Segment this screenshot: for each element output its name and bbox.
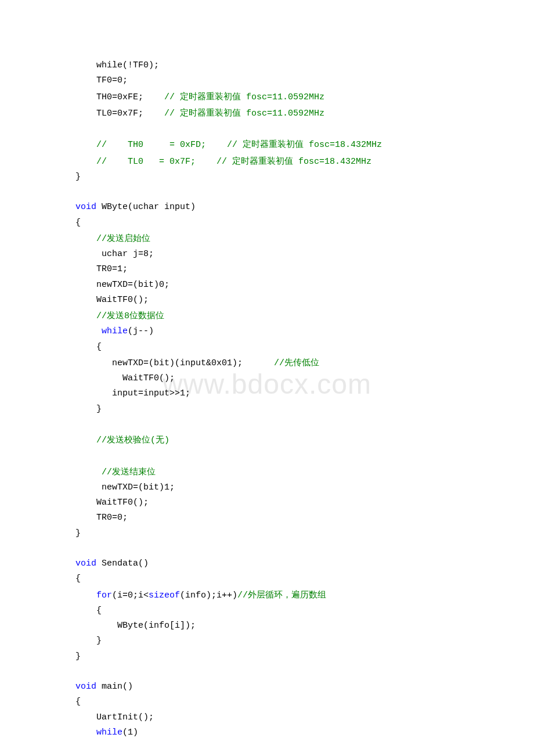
keyword: sizeof [149, 591, 180, 600]
code-line: TR0=0; [75, 513, 128, 523]
code-line: UartInit(); [75, 712, 154, 722]
comment: 8 [124, 311, 129, 321]
comment: fosc=11.0592MHz [241, 92, 324, 102]
code-line: newTXD=(bit)(input&0x01); [75, 358, 243, 368]
keyword: void [75, 682, 96, 692]
code-line: { [75, 574, 81, 584]
comment: // [143, 92, 180, 102]
code-page: while(!TF0); TF0=0; TH0=0xFE; // 定时器重装初值… [0, 0, 534, 756]
code-line: (j--) [128, 326, 154, 336]
comment: 发送 [107, 310, 124, 320]
code-line: while(!TF0); [75, 60, 159, 70]
code-line: (i=0;i< [112, 591, 149, 600]
code-line: newTXD=(bit)1; [75, 483, 175, 492]
comment: 定时器重装初值 [180, 91, 241, 101]
code-line: (info);i++) [180, 591, 237, 600]
comment: 发送启始位 [107, 233, 150, 243]
code-line: TH0=0xFE; [75, 92, 143, 102]
comment: // [237, 591, 248, 600]
code-line: } [75, 651, 81, 661]
comment: fosc=18.432MHz [304, 140, 382, 150]
comment: // [206, 140, 243, 150]
comment: ( [150, 435, 156, 445]
comment: 发送校验位 [107, 434, 150, 444]
comment: 定时器重装初值 [180, 107, 241, 117]
code-line: newTXD=(bit)0; [75, 280, 169, 290]
code-line: { [75, 606, 102, 615]
code-line: WaitTF0(); [75, 498, 149, 507]
comment: ) [164, 435, 169, 445]
code-line: { [75, 697, 81, 707]
comment: 位数据位 [129, 310, 164, 320]
comment: 先传低位 [284, 357, 319, 367]
code-line: } [75, 404, 102, 414]
comment: 定时器重装初值 [232, 156, 293, 165]
keyword: while [102, 326, 128, 336]
comment: 定时器重装初值 [243, 139, 304, 149]
code-line: TR0=1; [75, 264, 128, 274]
comment: // [196, 157, 232, 167]
comment: // [243, 358, 284, 368]
keyword: while [96, 728, 122, 737]
comment: // TH0 = 0xFD; [75, 140, 206, 150]
code-line: uchar j=8; [75, 249, 154, 259]
code-line [75, 728, 96, 737]
code-line: } [75, 636, 102, 646]
comment: // [75, 435, 107, 445]
code-line: TF0=0; [75, 75, 128, 85]
comment: 发送结束位 [112, 466, 156, 476]
comment: // [75, 467, 112, 477]
comment: // [143, 109, 180, 118]
code-line [75, 326, 102, 336]
code-line: TL0=0x7F; [75, 109, 143, 118]
code-line: input=input>>1; [75, 388, 190, 398]
code-line [75, 591, 96, 600]
keyword: for [96, 591, 112, 600]
code-line: } [75, 172, 81, 182]
comment: // TL0 = 0x7F; [75, 157, 196, 167]
comment: 无 [156, 434, 164, 444]
code-line: { [75, 218, 81, 228]
comment: // [75, 234, 107, 244]
comment: // [75, 311, 107, 321]
code-line: WaitTF0(); [75, 373, 175, 383]
code-line: WaitTF0(); [75, 295, 149, 305]
code-line: (1) [122, 728, 138, 737]
comment: 外层循环，遍历数组 [248, 589, 326, 599]
code-line: Sendata() [96, 559, 149, 568]
keyword: void [75, 559, 96, 568]
code-block: while(!TF0); TF0=0; TH0=0xFE; // 定时器重装初值… [75, 58, 459, 740]
code-line: WByte(info[i]); [75, 621, 196, 631]
code-line: main() [96, 682, 133, 692]
code-line: } [75, 528, 81, 538]
keyword: void [75, 202, 96, 212]
code-line: { [75, 342, 102, 352]
code-line: WByte(uchar input) [96, 202, 196, 212]
comment: fosc=18.432MHz [293, 157, 371, 167]
comment: fosc=11.0592MHz [241, 109, 324, 118]
